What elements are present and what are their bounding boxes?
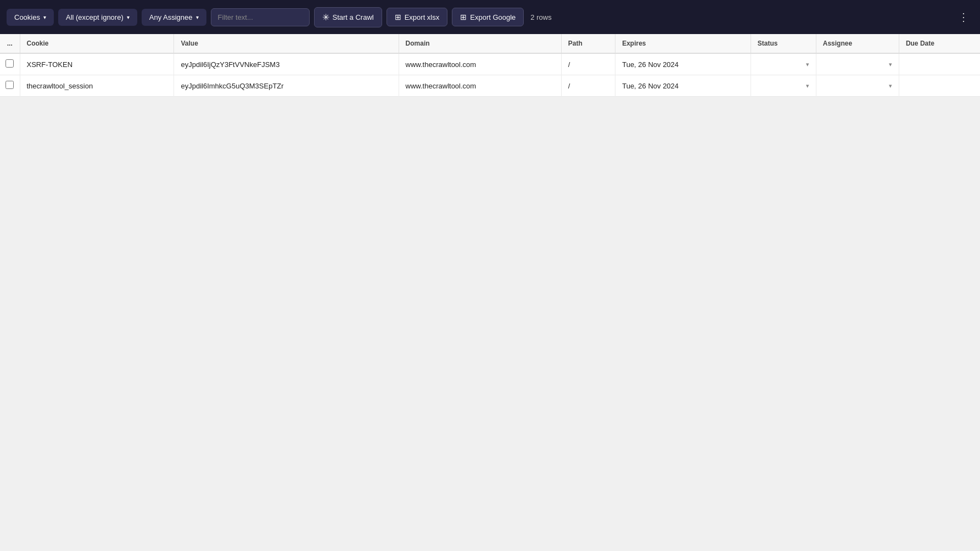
row-value: eyJpdil6ImhkcG5uQ3M3SEpTZr bbox=[174, 75, 399, 97]
col-header-domain: Domain bbox=[399, 34, 561, 53]
grid-google-icon: ⊞ bbox=[460, 13, 467, 21]
col-header-status: Status bbox=[751, 34, 816, 53]
assignee-dropdown-arrow[interactable]: ▾ bbox=[889, 82, 892, 90]
row-checkbox-cell bbox=[0, 75, 20, 97]
col-header-due-date: Due Date bbox=[899, 34, 980, 53]
assignee-dropdown-arrow[interactable]: ▾ bbox=[889, 61, 892, 68]
row-1-checkbox[interactable] bbox=[5, 81, 14, 89]
row-expires: Tue, 26 Nov 2024 bbox=[615, 53, 751, 75]
start-crawl-label: Start a Crawl bbox=[333, 13, 374, 21]
except-ignore-dropdown-button[interactable]: All (except ignore) ▾ bbox=[58, 9, 137, 26]
filter-text-input[interactable] bbox=[211, 8, 310, 26]
cookies-chevron-icon: ▾ bbox=[43, 14, 46, 20]
row-status[interactable]: ▾ bbox=[751, 53, 816, 75]
table-row: thecrawltool_sessioneyJpdil6ImhkcG5uQ3M3… bbox=[0, 75, 980, 97]
row-assignee[interactable]: ▾ bbox=[816, 75, 899, 97]
grid-xlsx-icon: ⊞ bbox=[395, 13, 401, 21]
row-path: / bbox=[561, 53, 615, 75]
spider-icon: ✳ bbox=[322, 12, 329, 23]
cookies-label: Cookies bbox=[14, 13, 40, 21]
row-expires: Tue, 26 Nov 2024 bbox=[615, 75, 751, 97]
row-value: eyJpdil6IjQzY3FtVVNkeFJSM3 bbox=[174, 53, 399, 75]
export-xlsx-button[interactable]: ⊞ Export xlsx bbox=[387, 8, 448, 26]
col-header-assignee: Assignee bbox=[816, 34, 899, 53]
cookies-dropdown-button[interactable]: Cookies ▾ bbox=[7, 9, 54, 26]
row-cookie: thecrawltool_session bbox=[20, 75, 174, 97]
export-google-label: Export Google bbox=[470, 13, 516, 21]
more-icon: ⋮ bbox=[958, 11, 969, 23]
col-header-checkbox[interactable]: ... bbox=[0, 34, 20, 53]
table-wrapper: ... Cookie Value Domain Path Expires bbox=[0, 34, 980, 97]
row-domain: www.thecrawltool.com bbox=[399, 75, 561, 97]
table-header-row: ... Cookie Value Domain Path Expires bbox=[0, 34, 980, 53]
export-xlsx-label: Export xlsx bbox=[405, 13, 440, 21]
row-due-date bbox=[899, 53, 980, 75]
col-header-expires: Expires bbox=[615, 34, 751, 53]
row-checkbox-cell bbox=[0, 53, 20, 75]
toolbar: Cookies ▾ All (except ignore) ▾ Any Assi… bbox=[0, 0, 980, 34]
status-dropdown-arrow[interactable]: ▾ bbox=[806, 61, 809, 68]
except-ignore-label: All (except ignore) bbox=[66, 13, 124, 21]
row-path: / bbox=[561, 75, 615, 97]
row-status[interactable]: ▾ bbox=[751, 75, 816, 97]
any-assignee-label: Any Assignee bbox=[149, 13, 193, 21]
row-assignee[interactable]: ▾ bbox=[816, 53, 899, 75]
col-header-path: Path bbox=[561, 34, 615, 53]
row-due-date bbox=[899, 75, 980, 97]
col-header-value: Value bbox=[174, 34, 399, 53]
start-crawl-button[interactable]: ✳ Start a Crawl bbox=[314, 7, 382, 27]
cookies-table: ... Cookie Value Domain Path Expires bbox=[0, 34, 980, 97]
row-cookie: XSRF-TOKEN bbox=[20, 53, 174, 75]
rows-count: 2 rows bbox=[530, 13, 551, 21]
more-options-button[interactable]: ⋮ bbox=[954, 8, 973, 26]
any-assignee-dropdown-button[interactable]: Any Assignee ▾ bbox=[142, 9, 206, 26]
except-ignore-chevron-icon: ▾ bbox=[127, 14, 130, 20]
status-dropdown-arrow[interactable]: ▾ bbox=[806, 82, 809, 90]
row-domain: www.thecrawltool.com bbox=[399, 53, 561, 75]
export-google-button[interactable]: ⊞ Export Google bbox=[452, 8, 524, 26]
row-0-checkbox[interactable] bbox=[5, 59, 14, 68]
table-row: XSRF-TOKENeyJpdil6IjQzY3FtVVNkeFJSM3www.… bbox=[0, 53, 980, 75]
any-assignee-chevron-icon: ▾ bbox=[196, 14, 199, 20]
col-header-cookie: Cookie bbox=[20, 34, 174, 53]
